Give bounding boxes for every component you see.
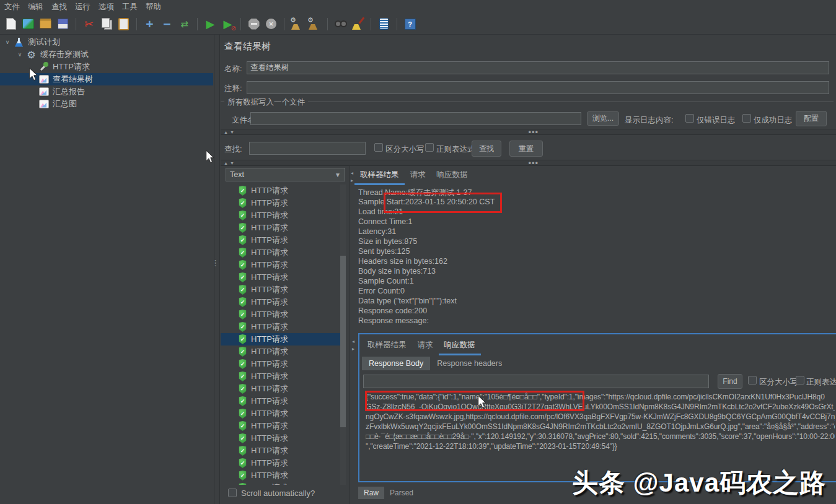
clear-all-icon[interactable] [307, 17, 322, 31]
list-item[interactable]: HTTP请求 [221, 222, 340, 234]
tab-response-data[interactable]: 响应数据 [431, 167, 473, 185]
results-list-scrollbar-thumb[interactable] [340, 256, 346, 427]
help-icon[interactable] [403, 17, 417, 31]
list-item[interactable]: HTTP请求 [221, 246, 340, 259]
list-item[interactable]: HTTP请求 [221, 432, 340, 445]
list-item[interactable]: HTTP请求 [221, 383, 340, 395]
tree-node-5[interactable]: 汇总报告 [0, 85, 213, 98]
start-no-pauses-icon[interactable]: ▶ [221, 17, 235, 31]
splitter-collapse-left-icon[interactable]: ◂▸ [351, 170, 353, 185]
response-regex-label[interactable]: 正则表达式 [806, 377, 836, 388]
list-item[interactable]: HTTP请求 [221, 469, 340, 482]
list-item[interactable]: HTTP请求 [221, 197, 340, 209]
splitter-grip-icon[interactable]: ••• [529, 159, 539, 168]
splitter-handle[interactable]: ▲▼ ••• [221, 129, 836, 135]
list-item[interactable]: HTTP请求 [221, 457, 340, 469]
list-item[interactable]: HTTP请求 [221, 234, 340, 246]
menu-item-1[interactable]: 文件 [4, 2, 20, 12]
list-item[interactable]: HTTP请求 [221, 395, 340, 407]
copy-icon[interactable] [99, 17, 113, 31]
lower-tab-request[interactable]: 请求 [412, 337, 439, 355]
scroll-automatically-label[interactable]: Scroll automatically? [241, 489, 315, 498]
name-input[interactable] [247, 61, 829, 74]
tab-sampler-result[interactable]: 取样器结果 [354, 167, 405, 185]
success-only-label[interactable]: 仅成功日志 [754, 115, 793, 126]
clear-icon[interactable] [290, 17, 304, 31]
view-mode-dropdown[interactable]: Text ▼ [226, 168, 345, 181]
list-item[interactable]: HTTP请求 [221, 345, 340, 358]
splitter-handle[interactable]: ▲▼ ••• [221, 160, 836, 166]
stop-icon[interactable] [247, 17, 261, 31]
tree-node-1[interactable]: ∨测试计划 [0, 36, 213, 48]
list-item[interactable]: HTTP请求 [221, 420, 340, 432]
errors-only-label[interactable]: 仅错误日志 [697, 115, 736, 126]
list-item[interactable]: HTTP请求 [221, 296, 340, 308]
tab-raw[interactable]: Raw [358, 487, 384, 499]
templates-icon[interactable] [21, 17, 35, 31]
add-icon[interactable]: + [143, 17, 157, 31]
response-regex-checkbox[interactable] [796, 376, 804, 385]
tab-response-body[interactable]: Response Body [362, 357, 430, 370]
splitter-collapse-left-icon[interactable]: ◂▸ [352, 338, 354, 353]
tree-node-3[interactable]: HTTP请求 [0, 61, 213, 73]
config-button[interactable]: 配置 [796, 111, 827, 126]
tree-node-4[interactable]: 查看结果树 [0, 73, 213, 85]
list-item[interactable]: HTTP请求 [221, 333, 340, 345]
save-icon[interactable] [56, 17, 70, 31]
splitter-grip-icon[interactable]: ••• [529, 128, 539, 137]
expander-icon[interactable]: ∨ [4, 39, 11, 45]
shutdown-icon[interactable] [264, 17, 278, 31]
list-item[interactable]: HTTP请求 [221, 482, 340, 485]
cut-icon[interactable]: ✂ [82, 17, 96, 31]
browse-button[interactable]: 浏览... [587, 111, 619, 126]
detail-splitter-line[interactable] [350, 166, 350, 504]
toggle-icon[interactable]: ⇄ [177, 17, 191, 31]
function-helper-icon[interactable] [377, 17, 391, 31]
lower-tab-response-data[interactable]: 响应数据 [439, 337, 481, 355]
response-find-input[interactable] [363, 375, 709, 388]
tree-splitter-grip[interactable]: ⋮ [211, 261, 219, 264]
list-item[interactable]: HTTP请求 [221, 358, 340, 370]
success-only-checkbox[interactable] [742, 114, 751, 123]
list-item[interactable]: HTTP请求 [221, 185, 340, 197]
menu-item-4[interactable]: 运行 [75, 2, 90, 12]
menu-item-2[interactable]: 编辑 [28, 2, 43, 12]
response-find-button[interactable]: Find [718, 374, 742, 389]
errors-only-checkbox[interactable] [685, 114, 694, 123]
remove-icon[interactable]: − [160, 17, 174, 31]
clear-search-icon[interactable] [351, 17, 365, 31]
response-case-label[interactable]: 区分大小写 [759, 377, 798, 388]
menu-item-6[interactable]: 工具 [122, 2, 138, 12]
splitter-collapse-arrows-icon[interactable]: ▲▼ [224, 161, 236, 165]
tab-parsed[interactable]: Parsed [384, 487, 419, 499]
open-file-icon[interactable] [38, 17, 53, 31]
reset-button[interactable]: 重置 [509, 141, 543, 157]
response-case-checkbox[interactable] [748, 376, 757, 385]
scroll-automatically-checkbox[interactable] [228, 489, 237, 497]
start-icon[interactable]: ▶ [203, 17, 218, 31]
search-icon[interactable] [333, 17, 348, 31]
menu-item-5[interactable]: 选项 [99, 2, 114, 12]
expander-icon[interactable]: ∨ [16, 51, 24, 58]
regex-checkbox[interactable] [425, 143, 434, 152]
find-input[interactable] [249, 142, 366, 155]
list-item[interactable]: HTTP请求 [221, 445, 340, 457]
paste-icon[interactable] [117, 17, 131, 31]
splitter-collapse-arrows-icon[interactable]: ▲▼ [224, 130, 236, 134]
case-sensitive-label[interactable]: 区分大小写 [385, 144, 425, 155]
case-sensitive-checkbox[interactable] [374, 143, 383, 152]
tab-response-headers[interactable]: Response headers [430, 357, 509, 370]
find-button[interactable]: 查找 [472, 141, 501, 157]
list-item[interactable]: HTTP请求 [221, 321, 340, 333]
tree-node-6[interactable]: 汇总图 [0, 98, 213, 110]
menu-item-7[interactable]: 帮助 [146, 2, 161, 12]
tree-node-2[interactable]: ∨缓存击穿测试 [0, 48, 213, 61]
regex-label[interactable]: 正则表达式 [436, 144, 475, 155]
list-item[interactable]: HTTP请求 [221, 271, 340, 284]
menu-item-3[interactable]: 查找 [51, 2, 67, 12]
list-item[interactable]: HTTP请求 [221, 259, 340, 271]
tab-request[interactable]: 请求 [405, 167, 431, 185]
list-item[interactable]: HTTP请求 [221, 209, 340, 222]
new-file-icon[interactable] [4, 17, 18, 31]
lower-tab-sampler-result[interactable]: 取样器结果 [362, 337, 412, 355]
